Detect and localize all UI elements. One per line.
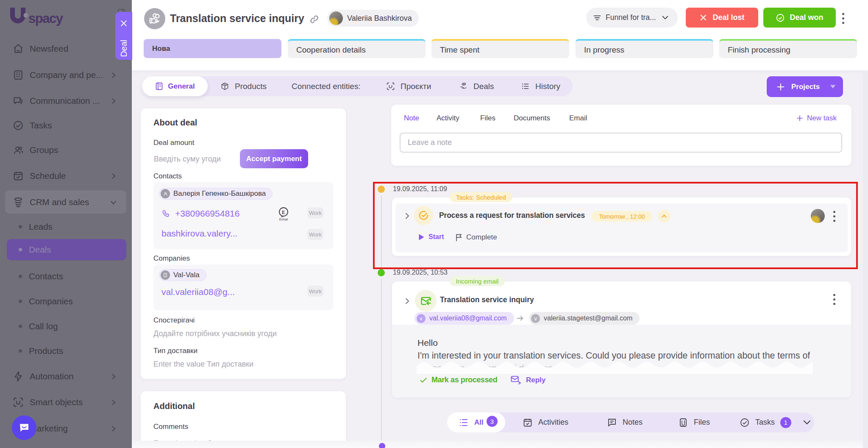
svg-text:spacy: spacy [28,11,64,26]
svg-text:Echat: Echat [279,217,288,221]
svg-text:E: E [282,209,285,215]
